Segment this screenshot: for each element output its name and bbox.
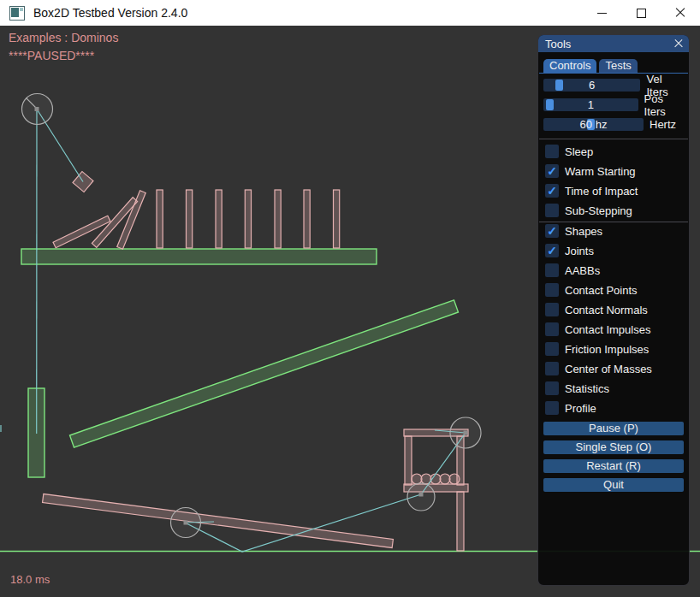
- checkbox-box[interactable]: [545, 342, 559, 356]
- checkbox-box[interactable]: ✓: [545, 184, 559, 198]
- check-icon: ✓: [547, 244, 557, 257]
- slider-vel-iters[interactable]: 6: [543, 79, 640, 92]
- dominos-platform: [21, 249, 377, 264]
- checkbox-label: Contact Normals: [565, 304, 648, 316]
- slider-row-vel-iters: 6Vel Iters: [543, 79, 685, 92]
- checkbox-contact-normals[interactable]: Contact Normals: [545, 303, 652, 316]
- checkbox-statistics[interactable]: Statistics: [545, 381, 652, 395]
- check-icon: ✓: [547, 184, 557, 198]
- joint-anchor-dot: [419, 493, 424, 497]
- single-step-o-button[interactable]: Single Step (O): [543, 440, 684, 454]
- checkbox-joints[interactable]: ✓Joints: [545, 244, 652, 257]
- solver-checkbox-group: Sleep✓Warm Starting✓Time of ImpactSub-St…: [545, 145, 638, 223]
- slider-pos-iters[interactable]: 1: [543, 98, 638, 111]
- checkbox-contact-points[interactable]: Contact Points: [545, 283, 652, 297]
- minimize-button[interactable]: [582, 0, 621, 26]
- domino-upright-6: [304, 190, 310, 248]
- checkbox-box[interactable]: [545, 204, 559, 217]
- minimize-icon: [597, 13, 607, 14]
- checkbox-center-of-masses[interactable]: Center of Masses: [545, 362, 652, 375]
- quit-button[interactable]: Quit: [543, 478, 684, 492]
- tabbar: ControlsTests: [539, 59, 688, 74]
- pause-p-button[interactable]: Pause (P): [543, 422, 684, 435]
- tools-panel: Tools ControlsTests 6Vel Iters1Pos Iters…: [537, 34, 690, 586]
- example-title: Examples : Dominos: [9, 31, 118, 44]
- checkbox-label: Contact Impulses: [565, 323, 650, 336]
- checkbox-box[interactable]: ✓: [545, 244, 559, 257]
- slider-label: Hertz: [650, 118, 676, 131]
- restart-r-button[interactable]: Restart (R): [543, 459, 684, 473]
- slider-value: 6: [543, 79, 640, 92]
- tilted-platform: [70, 300, 459, 447]
- checkbox-warm-starting[interactable]: ✓Warm Starting: [545, 164, 638, 178]
- slider-value: 1: [543, 98, 638, 111]
- checkbox-shapes[interactable]: ✓Shapes: [545, 224, 652, 238]
- checkbox-box[interactable]: [545, 322, 559, 336]
- window-title: Box2D Testbed Version 2.4.0: [33, 6, 582, 20]
- window-controls: [582, 0, 700, 26]
- cradle-balls: [412, 474, 460, 484]
- checkbox-sleep[interactable]: Sleep: [545, 145, 638, 158]
- close-icon: [675, 8, 685, 18]
- check-icon: ✓: [547, 164, 557, 178]
- separator: [539, 222, 688, 222]
- checkbox-label: Warm Starting: [565, 165, 636, 178]
- vertical-stick: [457, 492, 464, 551]
- checkbox-box[interactable]: [545, 145, 559, 158]
- slider-row-hertz: 60 hzHertz: [543, 118, 685, 131]
- checkbox-contact-impulses[interactable]: Contact Impulses: [545, 322, 652, 336]
- tab-controls[interactable]: Controls: [543, 59, 596, 73]
- joint-anchor-dot: [35, 107, 39, 111]
- anchor-circle-frame-bottom: [407, 483, 435, 511]
- frame-left-post: [405, 436, 412, 485]
- checkbox-label: Shapes: [565, 225, 602, 238]
- checkbox-label: Sleep: [565, 145, 593, 158]
- slider-value: 60 hz: [543, 118, 644, 131]
- checkbox-label: Statistics: [565, 382, 609, 395]
- maximize-icon: [637, 9, 646, 18]
- checkbox-box[interactable]: [545, 283, 559, 297]
- slider-label: Pos Iters: [644, 92, 685, 118]
- checkbox-label: Sub-Stepping: [565, 204, 632, 217]
- slider-row-pos-iters: 1Pos Iters: [543, 98, 685, 111]
- checkbox-label: Center of Masses: [565, 363, 652, 375]
- domino-upright-2: [187, 190, 193, 248]
- checkbox-label: AABBs: [565, 264, 600, 277]
- checkbox-label: Friction Impulses: [565, 343, 649, 356]
- app-icon: [9, 6, 25, 21]
- checkbox-friction-impulses[interactable]: Friction Impulses: [545, 342, 652, 356]
- checkbox-box[interactable]: ✓: [545, 224, 559, 238]
- checkbox-box[interactable]: [545, 362, 559, 375]
- slider-hertz[interactable]: 60 hz: [543, 118, 644, 131]
- tools-panel-title: Tools: [545, 38, 571, 50]
- tools-panel-titlebar[interactable]: Tools: [538, 35, 689, 52]
- check-icon: ✓: [547, 224, 557, 238]
- maximize-button[interactable]: [621, 0, 661, 26]
- domino-upright-1: [157, 190, 163, 248]
- checkbox-label: Profile: [565, 402, 596, 415]
- close-button[interactable]: [661, 0, 700, 26]
- slider-group: 6Vel Iters1Pos Iters60 hzHertz: [543, 79, 685, 138]
- checkbox-label: Contact Points: [565, 284, 638, 297]
- joint-anchor-dot: [184, 521, 188, 525]
- paused-banner: ****PAUSED****: [9, 49, 95, 62]
- action-buttons: Pause (P)Single Step (O)Restart (R)Quit: [543, 422, 684, 497]
- separator: [539, 139, 688, 139]
- checkbox-label: Time of Impact: [565, 185, 638, 198]
- panel-close-icon[interactable]: [673, 38, 685, 50]
- app-titlebar: Box2D Testbed Version 2.4.0: [0, 0, 700, 26]
- checkbox-profile[interactable]: Profile: [545, 401, 652, 415]
- domino-upright-7: [334, 190, 340, 248]
- checkbox-box[interactable]: [545, 401, 559, 415]
- domino-upright-5: [275, 190, 281, 248]
- frame-time-label: 18.0 ms: [10, 573, 50, 586]
- tab-tests[interactable]: Tests: [599, 59, 637, 73]
- checkbox-time-of-impact[interactable]: ✓Time of Impact: [545, 184, 638, 198]
- checkbox-box[interactable]: [545, 303, 559, 316]
- checkbox-box[interactable]: [545, 381, 559, 395]
- checkbox-box[interactable]: ✓: [545, 164, 559, 178]
- checkbox-sub-stepping[interactable]: Sub-Stepping: [545, 204, 638, 217]
- checkbox-label: Joints: [565, 245, 594, 257]
- checkbox-box[interactable]: [545, 263, 559, 277]
- checkbox-aabbs[interactable]: AABBs: [545, 263, 652, 277]
